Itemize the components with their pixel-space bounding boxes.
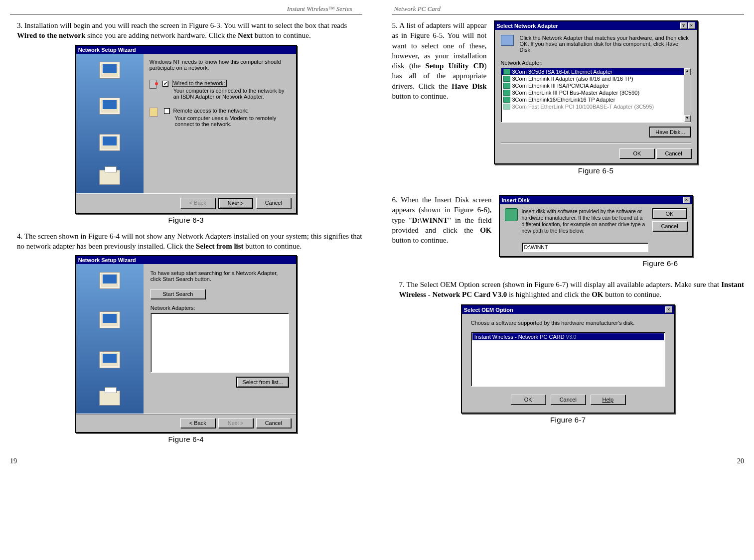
next-button[interactable]: Next >	[218, 198, 253, 209]
fig66-title: Insert Disk	[502, 197, 530, 203]
help-titlebar-button[interactable]: ?	[680, 22, 687, 29]
scroll-up-icon[interactable]: ▲	[684, 68, 691, 75]
step4-number: 4.	[17, 232, 22, 240]
adapter-item-icon	[503, 90, 510, 96]
step4-paragraph: 4. The screen shown in Figure 6-4 will n…	[17, 231, 362, 252]
help-button[interactable]: Help	[591, 395, 625, 405]
fig63-opt1-label: Wired to the network:	[172, 80, 227, 87]
step4-text-b: button to continue.	[244, 242, 302, 250]
step5-bold2: Have Disk	[452, 82, 486, 90]
step7-text-b: is highlighted and click the	[507, 290, 592, 298]
adapter-listbox[interactable]: 3Com 3C508 ISA 16-bit Ethernet Adapter 3…	[501, 68, 691, 123]
step6-bold2: OK	[480, 226, 491, 234]
computer-icon	[99, 311, 120, 328]
fig65-instructions: Click the Network Adapter that matches y…	[520, 35, 691, 53]
step5-bold1: Setup Utility CD	[426, 62, 484, 70]
fig64-intro: To have setup start searching for a Netw…	[151, 270, 289, 282]
fig66-message: Insert disk with software provided by th…	[522, 208, 648, 235]
figure-6-6-dialog: Insert Disk × Insert disk with software …	[499, 195, 693, 257]
list-item[interactable]: Instant Wireless - Network PC CARD V3.0	[472, 333, 664, 340]
page-header-right: Network PC Card	[392, 5, 745, 14]
step3-text-a: Installation will begin and you will rea…	[24, 21, 347, 29]
fig65-na-label: Network Adapter:	[501, 60, 691, 66]
list-item[interactable]: 3Com Etherlink16/EtherLink16 TP Adapter	[501, 96, 691, 103]
step6-bold1: D:\WINNT	[412, 216, 448, 224]
cancel-button[interactable]: Cancel	[652, 221, 687, 231]
adapter-item-icon	[503, 69, 510, 75]
printer-icon	[99, 391, 120, 406]
path-input[interactable]: D:\WINNT	[522, 243, 648, 252]
step7-text-c: button to continue.	[603, 290, 661, 298]
fig64-title: Network Setup Wizard	[78, 257, 136, 263]
next-button: Next >	[218, 418, 253, 428]
adapter-device-icon	[501, 35, 514, 46]
step4-bold1: Select from list	[196, 242, 244, 250]
fig64-na-label: Network Adapters:	[151, 305, 289, 311]
network-adapters-listbox[interactable]	[151, 313, 289, 373]
fig63-title: Network Setup Wizard	[78, 47, 136, 53]
step6-text-c: button to continue.	[392, 236, 449, 244]
close-titlebar-button[interactable]: ×	[683, 197, 690, 203]
figure-6-4-dialog: Network Setup Wizard To have setup start…	[75, 255, 297, 433]
adapter-item-icon	[503, 83, 510, 89]
fig63-intro: Windows NT needs to know how this comput…	[150, 59, 290, 71]
printer-icon	[99, 170, 120, 185]
list-item[interactable]: 3Com Etherlink III ISA/PCMCIA Adapter	[501, 82, 691, 89]
fig64-titlebar: Network Setup Wizard	[76, 256, 296, 264]
cancel-button[interactable]: Cancel	[551, 395, 586, 405]
start-search-button[interactable]: Start Search	[151, 289, 205, 299]
checkbox-wired[interactable]: ✔	[162, 81, 168, 87]
list-item[interactable]: 3Com EtherLink III PCI Bus-Master Adapte…	[501, 89, 691, 96]
close-titlebar-button[interactable]: ×	[688, 22, 695, 29]
cancel-button[interactable]: Cancel	[256, 418, 291, 428]
figure-6-3-dialog: Network Setup Wizard Windows NT needs to…	[75, 45, 297, 214]
network-adapter-icon	[150, 80, 156, 89]
step7-paragraph: 7. The Select OEM Option screen (shown i…	[399, 280, 745, 300]
step6-paragraph: 6. When the Insert Disk screen appears (…	[392, 195, 492, 245]
step5-paragraph: 5. A list of adapters will appear as in …	[392, 20, 487, 101]
figure-6-5-dialog: Select Network Adapter ? × Click the Net…	[494, 20, 698, 164]
fig66-titlebar: Insert Disk ×	[500, 196, 692, 204]
list-item[interactable]: 3Com 3C508 ISA 16-bit Ethernet Adapter	[501, 68, 691, 75]
scrollbar[interactable]: ▲ ▼	[684, 68, 691, 122]
oem-option-listbox[interactable]: Instant Wireless - Network PC CARD V3.0	[471, 332, 665, 387]
fig64-banner	[76, 264, 144, 414]
list-item[interactable]: 3Com Etherlink II Adapter (also II/16 an…	[501, 75, 691, 82]
adapter-item-icon	[503, 97, 510, 103]
step6-number: 6.	[392, 196, 398, 204]
cancel-button[interactable]: Cancel	[256, 198, 291, 209]
step7-number: 7.	[399, 280, 405, 288]
computer-icon	[99, 272, 120, 289]
fig65-title: Select Network Adapter	[497, 23, 558, 29]
step3-text-c: button to continue.	[253, 31, 311, 39]
disk-icon	[505, 208, 518, 221]
checkbox-remote[interactable]	[164, 108, 170, 114]
cancel-button[interactable]: Cancel	[656, 148, 691, 158]
fig63-titlebar: Network Setup Wizard	[76, 46, 296, 54]
ok-button[interactable]: OK	[652, 208, 687, 219]
step7-text-a: The Select OEM Option screen (shown in F…	[406, 280, 721, 288]
computer-icon	[99, 98, 120, 115]
fig63-option-remote[interactable]: Remote access to the network: Your compu…	[150, 108, 290, 127]
step3-text-b: since you are adding network hardware. C…	[85, 31, 238, 39]
fig63-option-wired[interactable]: ✔ Wired to the network: Your computer is…	[150, 80, 290, 100]
ok-button[interactable]: OK	[511, 395, 546, 405]
page-number-right: 20	[737, 457, 744, 465]
step3-bold2: Next	[238, 31, 253, 39]
figure-6-7-dialog: Select OEM Option × Choose a software su…	[461, 304, 675, 414]
have-disk-button[interactable]: Have Disk...	[649, 127, 691, 138]
fig67-title: Select OEM Option	[464, 307, 513, 313]
computer-icon	[99, 62, 120, 79]
scroll-down-icon[interactable]: ▼	[684, 115, 691, 122]
close-titlebar-button[interactable]: ×	[665, 306, 672, 313]
back-button[interactable]: < Back	[180, 198, 215, 209]
fig65-titlebar: Select Network Adapter ? ×	[495, 21, 697, 30]
adapter-item-icon	[503, 76, 510, 82]
fig66-caption: Figure 6-6	[499, 259, 693, 268]
list-item[interactable]: 3Com Fast EtherLink PCI 10/100BASE-T Ada…	[501, 103, 691, 110]
adapter-item-icon	[503, 104, 510, 110]
fig63-opt2-desc: Your computer uses a Modem to remotely c…	[175, 115, 290, 127]
ok-button[interactable]: OK	[619, 148, 654, 158]
select-from-list-button[interactable]: Select from list...	[236, 377, 289, 388]
back-button[interactable]: < Back	[180, 418, 215, 428]
